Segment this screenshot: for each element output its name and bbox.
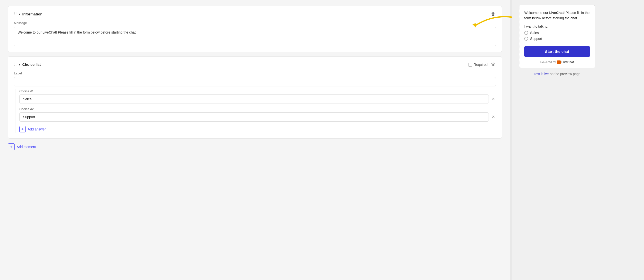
message-textarea[interactable]: Welcome to our LiveChat! Please fill in … [14,27,496,46]
choice-1-input[interactable] [19,94,489,104]
preview-question: I want to talk to: [524,24,590,28]
choice-list-card-header-left: ⠿ ▾ Choice list [14,62,41,67]
add-answer-button[interactable]: + Add answer [19,125,46,134]
delete-information-button[interactable]: 🗑 [490,11,496,17]
choice-2-input[interactable] [19,112,489,122]
test-live-suffix: on the preview page [550,72,580,76]
choice-1-label: Choice #1 [19,89,496,93]
preview-option-support: Support [524,37,590,41]
powered-by-text: Powered by [540,60,556,64]
choice-2-label: Choice #2 [19,107,496,111]
choice-list-card-header: ⠿ ▾ Choice list Required 🗑 [14,62,496,68]
label-field-label: Label [14,72,496,75]
add-answer-label: Add answer [28,127,46,131]
label-input[interactable]: I want to talk to: [14,77,496,86]
choice-list-card-actions: Required 🗑 [468,62,496,68]
preview-sales-label: Sales [530,31,539,35]
preview-option-sales: Sales [524,31,590,35]
powered-by: Powered by LiveChat [524,60,590,64]
livechat-logo-icon [557,60,561,64]
remove-choice-2-button[interactable]: ✕ [491,114,496,120]
information-card-header: ⠿ ▾ Information 🗑 [14,11,496,17]
information-card: ⠿ ▾ Information 🗑 Message Welcome to our… [8,6,502,52]
add-answer-icon: + [19,126,26,132]
preview-livechat-bold: LiveChat [549,11,564,15]
choice-item-2: Choice #2 ✕ [19,107,496,122]
choices-container: Choice #1 ✕ Choice #2 ✕ + Add [15,89,496,134]
panel-divider [510,0,512,280]
choice-list-card: ⠿ ▾ Choice list Required 🗑 Label I want … [8,56,502,138]
choice-2-input-row: ✕ [19,112,496,122]
livechat-brand-name: LiveChat [562,60,574,64]
preview-support-label: Support [530,37,542,41]
information-card-title: Information [22,12,42,16]
test-live-section: Test it live on the preview page [519,72,595,76]
required-text: Required [474,63,488,66]
drag-handle-choice-list[interactable]: ⠿ [14,62,17,67]
required-checkbox[interactable] [468,63,472,66]
collapse-icon-choice-list[interactable]: ▾ [19,63,20,66]
test-live-link[interactable]: Test it live [534,72,548,76]
add-element-icon: + [8,144,15,150]
choice-list-card-title: Choice list [22,62,41,66]
add-element-button[interactable]: + Add element [8,142,36,151]
preview-panel: Welcome to our LiveChat! Please fill in … [512,0,644,280]
choice-item-1: Choice #1 ✕ [19,89,496,104]
information-card-header-left: ⠿ ▾ Information [14,12,42,16]
drag-handle-information[interactable]: ⠿ [14,12,17,16]
required-label[interactable]: Required [468,63,488,66]
add-element-label: Add element [17,145,36,149]
delete-choice-list-button[interactable]: 🗑 [490,62,496,68]
livechat-brand: LiveChat [557,60,574,64]
remove-choice-1-button[interactable]: ✕ [491,96,496,102]
collapse-icon-information[interactable]: ▾ [19,12,20,16]
preview-message: Welcome to our LiveChat! Please fill in … [524,10,590,21]
preview-radio-support[interactable] [524,37,528,41]
preview-radio-sales[interactable] [524,31,528,35]
choice-1-input-row: ✕ [19,94,496,104]
preview-widget: Welcome to our LiveChat! Please fill in … [519,5,595,68]
message-field-label: Message [14,21,496,25]
start-chat-button[interactable]: Start the chat [524,46,590,57]
information-card-actions: 🗑 [490,11,496,17]
